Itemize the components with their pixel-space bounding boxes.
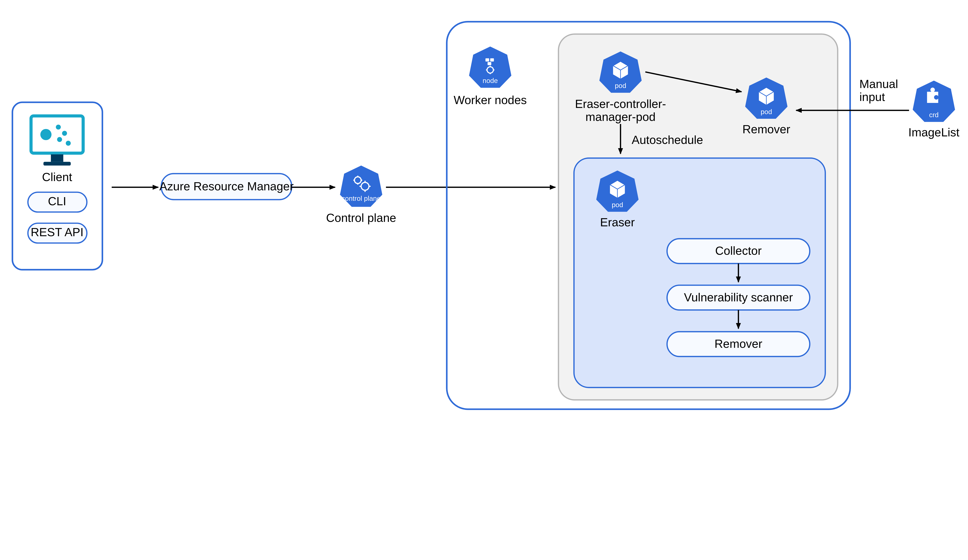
- remover-step-label: Remover: [714, 337, 762, 350]
- svg-text:control plane: control plane: [341, 195, 381, 202]
- svg-text:crd: crd: [929, 111, 938, 119]
- svg-rect-21: [43, 162, 71, 165]
- svg-point-24: [62, 131, 67, 136]
- svg-point-26: [66, 141, 71, 146]
- svg-rect-20: [51, 154, 63, 162]
- eraser-pod-label: Eraser: [600, 216, 635, 229]
- manual-input-label-2: input: [859, 90, 885, 104]
- worker-nodes-icon: node: [469, 46, 512, 88]
- control-plane-label: Control plane: [326, 211, 396, 225]
- svg-text:pod: pod: [761, 108, 772, 116]
- eraser-controller-label-1: Eraser-controller-: [575, 97, 666, 111]
- svg-text:pod: pod: [612, 201, 623, 208]
- svg-point-23: [56, 125, 61, 130]
- client-cli-label: CLI: [48, 195, 66, 208]
- remover-label: Remover: [743, 123, 790, 136]
- autoschedule-label: Autoschedule: [632, 133, 703, 147]
- svg-point-22: [40, 129, 51, 140]
- client-monitor-icon: [31, 116, 83, 165]
- svg-text:node: node: [482, 77, 498, 84]
- client-group: Client CLI REST API: [12, 102, 103, 270]
- control-plane-icon: control plane: [340, 165, 382, 207]
- eraser-controller-label-2: manager-pod: [585, 110, 656, 124]
- architecture-diagram: Client CLI REST API Azure Resource Manag…: [0, 0, 968, 421]
- manual-input-label-1: Manual: [859, 78, 898, 91]
- imagelist-label: ImageList: [908, 126, 960, 139]
- client-rest-label: REST API: [31, 226, 83, 239]
- svg-text:pod: pod: [615, 82, 626, 89]
- svg-rect-19: [31, 116, 83, 153]
- worker-nodes-label: Worker nodes: [454, 93, 527, 107]
- client-title: Client: [42, 170, 72, 183]
- pipeline: Collector Vulnerability scanner Remover: [667, 239, 810, 357]
- collector-label: Collector: [715, 244, 762, 257]
- vuln-label: Vulnerability scanner: [684, 291, 793, 304]
- imagelist-crd-icon: crd: [913, 81, 955, 122]
- svg-point-25: [57, 137, 62, 142]
- arm-label: Azure Resource Manager: [159, 180, 294, 193]
